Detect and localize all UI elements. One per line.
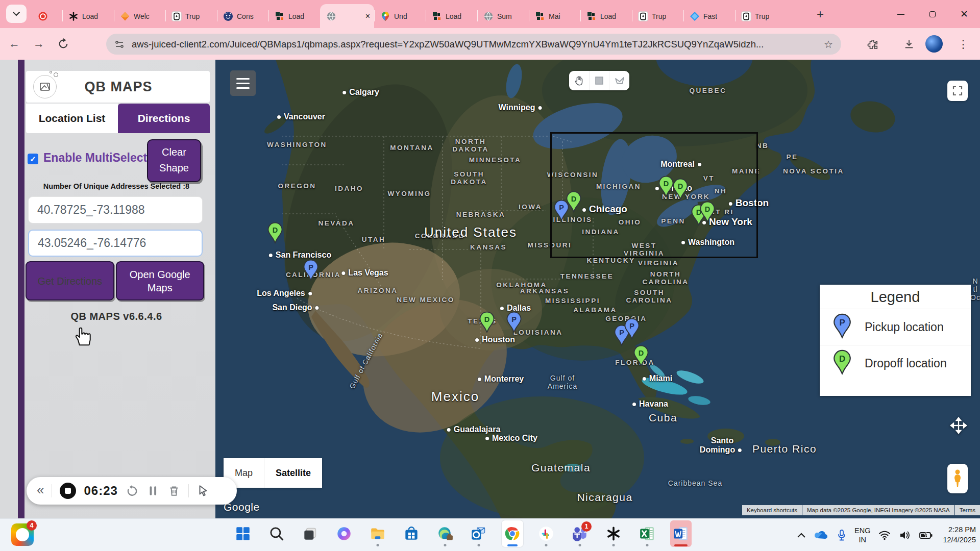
taskbar-task-view-button[interactable] (300, 520, 321, 547)
onedrive-icon[interactable] (814, 530, 829, 540)
rectangle-tool-button[interactable] (589, 71, 609, 90)
move-arrows-icon (949, 416, 968, 435)
pan-tool-button[interactable] (569, 71, 589, 90)
url-text[interactable]: aws-juiced-client2.com/Juiced/QBMaps1/qb… (132, 39, 824, 50)
mouse-cursor-hand (72, 326, 91, 348)
tab-directions[interactable]: Directions (118, 104, 210, 133)
address-bar[interactable]: aws-juiced-client2.com/Juiced/QBMaps1/qb… (106, 34, 841, 55)
taskbar-word-button[interactable] (670, 520, 692, 547)
browser-tab-trup[interactable]: Trup (735, 4, 787, 28)
taskbar-slack-button[interactable] (535, 520, 557, 547)
map-menu-button[interactable] (230, 70, 256, 96)
keyboard-shortcuts-link[interactable]: Keyboard shortcuts (742, 505, 802, 515)
profile-avatar[interactable] (925, 35, 943, 53)
enable-multiselect-checkbox[interactable]: ✓ (28, 154, 38, 164)
browser-tab-mai[interactable]: Mai (529, 4, 580, 28)
dropoff-marker-pin[interactable]: D (700, 201, 716, 225)
tab-search-button[interactable] (6, 5, 27, 23)
back-button[interactable]: ← (4, 34, 24, 54)
tab-close-icon[interactable]: × (365, 12, 370, 21)
reload-button[interactable] (53, 34, 74, 54)
browser-tab-trup[interactable]: Trup (632, 4, 683, 28)
pickup-marker-pin[interactable]: P (303, 259, 319, 283)
fullscreen-button[interactable] (947, 81, 968, 101)
tray-chevron-up-icon[interactable] (797, 533, 805, 538)
new-tab-button[interactable]: + (817, 7, 824, 21)
browser-tab-sum[interactable]: Sum (477, 4, 529, 28)
dropoff-marker-pin[interactable]: D (267, 222, 283, 246)
forward-button[interactable]: → (29, 34, 49, 54)
browser-tab-record[interactable] (32, 4, 62, 28)
language-indicator[interactable]: ENGIN (854, 526, 870, 544)
volume-icon[interactable] (899, 530, 911, 540)
dropoff-marker-pin[interactable]: D (673, 178, 689, 202)
window-minimize-button[interactable] (885, 0, 917, 28)
open-google-maps-button[interactable]: Open Google Maps (116, 261, 205, 300)
taskbar-store-button[interactable] (401, 520, 422, 547)
dropoff-marker-pin[interactable]: D (633, 345, 649, 369)
wifi-icon[interactable] (878, 530, 891, 540)
browser-tab-trup[interactable]: Trup (165, 4, 217, 28)
downloads-icon[interactable] (901, 37, 917, 52)
taskbar-start-button[interactable] (232, 520, 254, 547)
taskbar-outlook-button[interactable] (468, 520, 489, 547)
browser-tab-load[interactable]: Load (62, 4, 114, 28)
taskbar-copilot-button[interactable] (333, 520, 355, 547)
window-controls: ✕ (885, 0, 980, 28)
page-title: QB MAPS (57, 79, 180, 95)
browser-tab-load[interactable]: Load (426, 4, 477, 28)
dropoff-marker-pin[interactable]: D (566, 191, 582, 215)
get-directions-button[interactable]: Get Directions (26, 261, 114, 300)
select-cursor-tool-icon[interactable] (197, 484, 210, 497)
tab-location-list[interactable]: Location List (26, 104, 118, 133)
map-canvas[interactable]: WASHINGTONMONTANANORTH DAKOTAMINNESOTAOR… (215, 60, 980, 518)
taskbar-teams-button[interactable]: 1 (569, 520, 591, 547)
browser-menu-icon[interactable]: ⋮ (955, 37, 971, 52)
browser-tab-load[interactable]: Load (268, 4, 320, 28)
window-maximize-button[interactable] (917, 0, 948, 28)
pause-recording-icon[interactable] (146, 484, 160, 497)
taskbar-clock[interactable]: 2:28 PM12/4/2025 (943, 525, 976, 545)
browser-tabs: LoadWelcTrupConsLoad×UndLoadSumMaiLoadTr… (32, 4, 787, 28)
taskbar-file-explorer-button[interactable] (367, 520, 388, 547)
taskbar-chatgpt-button[interactable] (603, 520, 624, 547)
restart-recording-icon[interactable] (126, 484, 139, 497)
svg-text:D: D (664, 180, 669, 188)
browser-tab-fast[interactable]: Fast (683, 4, 735, 28)
window-close-button[interactable]: ✕ (948, 0, 980, 28)
clear-shape-button[interactable]: Clear Shape (147, 139, 201, 182)
pickup-marker-pin[interactable]: P (506, 311, 522, 335)
battery-icon[interactable] (919, 530, 933, 540)
browser-toolbar: ← → aws-juiced-client2.com/Juiced/QBMaps… (0, 28, 980, 60)
taskbar-edge-button[interactable] (434, 520, 456, 547)
browser-tab-welc[interactable]: Welc (114, 4, 165, 28)
browser-tab-globe[interactable]: × (320, 4, 374, 28)
taskbar-excel-button[interactable] (636, 520, 658, 547)
extensions-puzzle-icon[interactable] (865, 37, 880, 52)
trup-icon (172, 11, 182, 21)
coordinate-input-2[interactable]: 43.05246_-76.14776 (28, 230, 203, 257)
delete-recording-icon[interactable] (167, 484, 181, 497)
taskbar-search-button[interactable] (266, 520, 287, 547)
windows-taskbar: 4 1 ENGIN 2:28 PM12/4/2025 (0, 518, 980, 551)
pickup-marker-pin[interactable]: P (624, 318, 640, 342)
street-view-pegman[interactable] (947, 464, 968, 493)
stop-recording-button[interactable] (60, 483, 76, 499)
taskbar-overflow-app[interactable]: 4 (11, 523, 34, 546)
terms-link[interactable]: Terms (955, 505, 980, 515)
site-info-icon[interactable] (114, 39, 125, 49)
map-type-satellite-button[interactable]: Satellite (264, 458, 322, 488)
pan-control[interactable] (947, 414, 970, 437)
browser-tab-load[interactable]: Load (580, 4, 632, 28)
dropoff-marker-pin[interactable]: D (658, 176, 674, 199)
collapse-recorder-button[interactable]: « (37, 482, 44, 498)
microphone-icon[interactable] (837, 529, 846, 541)
dropoff-marker-pin[interactable]: D (479, 311, 495, 335)
bookmark-star-icon[interactable]: ☆ (824, 38, 833, 51)
browser-tab-cons[interactable]: Cons (217, 4, 268, 28)
coordinate-input-1[interactable]: 40.78725_-73.11988 (28, 196, 203, 223)
polygon-tool-button[interactable] (609, 71, 629, 90)
svg-text:P: P (559, 204, 564, 212)
taskbar-chrome-button[interactable] (502, 520, 523, 547)
browser-tab-und[interactable]: Und (374, 4, 426, 28)
